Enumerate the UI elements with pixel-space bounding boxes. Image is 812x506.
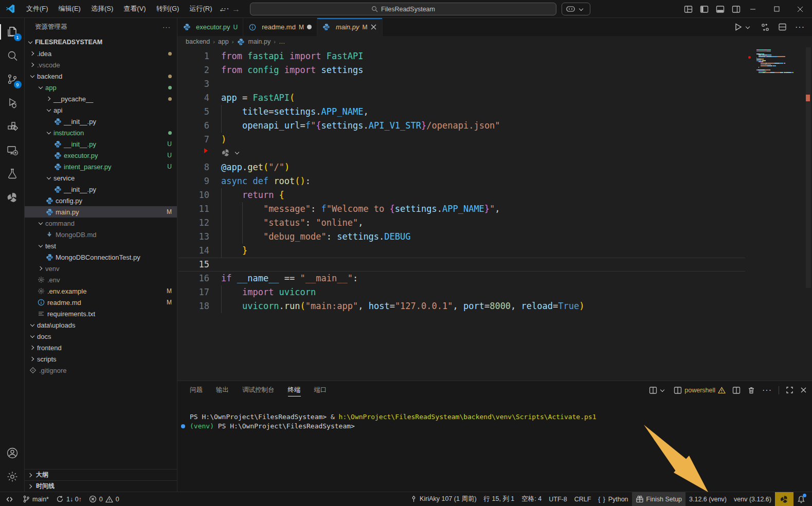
command-decoration[interactable] [181,424,185,428]
tree-item[interactable]: data\uploads [25,319,177,331]
tree-item[interactable]: __init__.py [25,116,177,127]
tree-item[interactable]: requirements.txt [25,308,177,319]
code-editor[interactable]: 1from fastapi import FastAPI2from config… [177,47,812,381]
menu-item[interactable]: 查看(V) [119,2,150,15]
menu-item[interactable]: 运行(R) [185,2,216,15]
tree-item[interactable]: executor.pyU [25,150,177,161]
explorer-more-icon[interactable]: ··· [163,23,171,31]
activity-search[interactable] [0,44,25,67]
tree-item[interactable]: readme.mdM [25,297,177,308]
menu-item[interactable]: 编辑(E) [54,2,85,15]
tree-item[interactable]: __pycache__ [25,93,177,104]
activity-explorer[interactable]: 1 [0,20,25,44]
new-terminal-button[interactable] [649,386,667,394]
tree-item[interactable]: command [25,218,177,229]
nav-back-button[interactable]: ← [219,5,227,14]
statusbar-remote-indicator[interactable] [0,492,19,506]
command-center-search[interactable]: FilesReadSysteam [250,3,556,15]
menu-item[interactable]: 转到(G) [152,2,184,15]
tree-item[interactable]: .env.exampleM [25,285,177,297]
activity-testing[interactable] [0,162,25,186]
statusbar-eol[interactable]: CRLF [571,492,595,506]
run-python-button[interactable] [734,23,752,31]
tree-item[interactable]: docs [25,331,177,342]
kill-terminal-icon[interactable] [747,386,755,394]
breadcrumb[interactable]: backend›app›main.py›… [177,36,812,47]
activity-remote-explorer[interactable] [0,138,25,162]
tree-item[interactable]: frontend [25,342,177,353]
statusbar-git-sync[interactable]: 1↓ 0↑ [52,492,85,506]
activity-extensions[interactable] [0,115,25,138]
tree-item[interactable]: .gitignore [25,365,177,376]
panel-tab[interactable]: 终端 [288,381,301,399]
activity-account[interactable] [0,441,25,465]
panel-tab[interactable]: 输出 [216,381,229,399]
statusbar-indentation[interactable]: 空格: 4 [518,492,545,506]
editor-more-icon[interactable]: ··· [795,23,805,32]
close-tab-icon[interactable] [370,24,377,30]
menu-item[interactable]: 文件(F) [22,2,53,15]
statusbar-problems[interactable]: 00 [85,492,123,506]
tree-item[interactable]: config.py [25,195,177,206]
panel-tab[interactable]: 端口 [314,381,327,399]
editor-tab[interactable]: executor.py U [177,18,243,36]
terminal[interactable]: PS H:\OwnProject\FilesReadSysteam> & h:\… [177,399,812,492]
layout-customize-icon[interactable] [684,5,693,13]
activity-augment[interactable] [0,186,25,209]
copilot-button[interactable] [562,3,590,15]
panel-more-icon[interactable]: ··· [762,386,772,395]
panel-tab[interactable]: 调试控制台 [242,381,275,399]
breadcrumb-item[interactable]: app [218,38,229,45]
tree-item[interactable]: app [25,82,177,93]
breadcrumb-item[interactable]: … [279,38,285,45]
close-panel-icon[interactable] [800,387,807,393]
tree-item[interactable]: test [25,240,177,251]
split-terminal-icon[interactable] [732,386,741,394]
editor-tab[interactable]: main.py M [317,18,383,36]
terminal-profile-entry[interactable]: powershell [674,386,726,394]
tree-item[interactable]: __init__.py [25,184,177,195]
statusbar-python-interpreter[interactable]: 3.12.6 (venv) [685,492,730,506]
workspace-root-folder[interactable]: FILESREADSYSTEAM [25,36,177,48]
activity-source-control[interactable]: 9 [0,67,25,91]
editor-tab[interactable]: readme.md M [243,18,317,36]
tree-item[interactable]: backend [25,70,177,82]
minimize-button[interactable] [741,0,765,18]
statusbar-cursor-position[interactable]: 行 15, 列 1 [480,492,518,506]
outline-section[interactable]: 大纲 [25,469,177,480]
tree-item[interactable]: venv [25,263,177,274]
tree-item[interactable]: MongoDB.md [25,229,177,240]
maximize-panel-icon[interactable] [786,386,793,394]
statusbar-python-env[interactable]: venv (3.12.6) [730,492,775,506]
tree-item[interactable]: main.pyM [25,206,177,218]
timeline-section[interactable]: 时间线 [25,480,177,492]
tree-item[interactable]: .vscode [25,59,177,70]
maximize-button[interactable] [765,0,788,18]
inline-ai-widget[interactable] [221,148,242,157]
statusbar-notifications[interactable] [793,492,809,506]
tree-item[interactable]: .env [25,274,177,285]
statusbar-augment-status[interactable] [775,492,793,506]
statusbar-git-branch[interactable]: main* [19,492,52,506]
nav-forward-button[interactable]: → [232,5,240,14]
statusbar-language-mode[interactable]: { }Python [594,492,631,506]
tree-item[interactable]: __init__.pyU [25,138,177,150]
tree-item[interactable]: api [25,104,177,116]
activity-settings[interactable] [0,465,25,489]
close-button[interactable] [788,0,812,18]
activity-run-debug[interactable] [0,91,25,115]
tree-item[interactable]: MongoDBConnectionTest.py [25,251,177,263]
split-editor-icon[interactable] [778,23,787,31]
statusbar-blame-annotation[interactable]: KiriAky 107 (1 周前) [407,492,480,506]
tree-item[interactable]: service [25,172,177,184]
statusbar-finish-setup[interactable]: Finish Setup [632,492,685,506]
unsaved-dot[interactable] [307,25,312,29]
panel-tab[interactable]: 问题 [190,381,203,399]
tree-item[interactable]: scripts [25,353,177,365]
tree-item[interactable]: .idea [25,48,177,59]
tree-item[interactable]: instruction [25,127,177,138]
breadcrumb-item[interactable]: main.py [248,38,270,45]
menu-item[interactable]: 选择(S) [86,2,118,15]
toggle-panel-icon[interactable] [716,5,725,13]
editor-scrollbar[interactable] [805,47,812,381]
